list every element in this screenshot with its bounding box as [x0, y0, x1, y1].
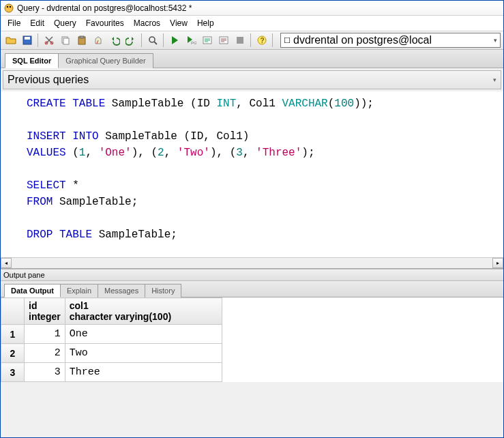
- menu-file[interactable]: File: [3, 17, 25, 29]
- cell[interactable]: 3: [25, 363, 65, 382]
- menu-favourites[interactable]: Favourites: [82, 17, 128, 29]
- connection-value: dvdrental on postgres@local: [293, 34, 432, 46]
- tab-explain[interactable]: Explain: [60, 284, 98, 297]
- svg-rect-4: [25, 37, 30, 40]
- cut-icon[interactable]: [42, 33, 56, 48]
- table-row[interactable]: 1 1 One: [1, 325, 222, 344]
- toolbar-separator: [250, 33, 251, 47]
- execute-icon[interactable]: [167, 33, 181, 48]
- tab-messages[interactable]: Messages: [98, 284, 145, 297]
- menu-bar: File Edit Query Favourites Macros View H…: [1, 16, 503, 31]
- cancel-icon[interactable]: [233, 33, 247, 48]
- svg-point-11: [149, 37, 155, 42]
- cell[interactable]: One: [65, 325, 222, 344]
- row-number[interactable]: 1: [1, 325, 25, 344]
- paste-icon[interactable]: [74, 33, 89, 48]
- undo-icon[interactable]: [107, 33, 121, 48]
- menu-view[interactable]: View: [166, 17, 192, 29]
- title-bar: Query - dvdrental on postgres@localhost:…: [1, 1, 503, 16]
- row-number[interactable]: 3: [1, 363, 25, 382]
- svg-point-2: [10, 5, 11, 7]
- svg-text:PG: PG: [191, 41, 196, 45]
- previous-queries-select[interactable]: Previous queries ▾: [3, 70, 501, 89]
- cell[interactable]: 1: [25, 325, 65, 344]
- toolbar-separator: [163, 33, 164, 47]
- row-number[interactable]: 2: [1, 344, 25, 363]
- output-tab-strip: Data Output Explain Messages History: [1, 281, 503, 297]
- sql-editor[interactable]: CREATE TABLE SampleTable (ID INT, Col1 V…: [1, 91, 503, 269]
- window-title: Query - dvdrental on postgres@localhost:…: [17, 3, 192, 13]
- output-pane-title: Output pane: [1, 269, 503, 281]
- cell[interactable]: Two: [65, 344, 222, 363]
- find-icon[interactable]: [145, 33, 160, 48]
- corner-cell: [1, 298, 25, 325]
- save-icon[interactable]: [20, 33, 34, 48]
- editor-h-scrollbar[interactable]: ◂ ▸: [1, 257, 503, 268]
- result-grid[interactable]: idinteger col1character varying(100) 1 1…: [1, 297, 503, 382]
- menu-help[interactable]: Help: [193, 17, 218, 29]
- explain-icon[interactable]: [200, 33, 214, 48]
- toolbar-separator: [141, 33, 142, 47]
- copy-icon[interactable]: [58, 33, 72, 48]
- editor-tab-strip: SQL Editor Graphical Query Builder: [1, 50, 503, 68]
- app-icon: [3, 3, 14, 14]
- svg-point-0: [5, 4, 13, 12]
- cell[interactable]: Three: [65, 363, 222, 382]
- cell[interactable]: 2: [25, 344, 65, 363]
- table-row[interactable]: 3 3 Three: [1, 363, 222, 382]
- redo-icon[interactable]: [123, 33, 138, 48]
- menu-edit[interactable]: Edit: [26, 17, 48, 29]
- chevron-down-icon[interactable]: ▾: [492, 37, 499, 44]
- svg-rect-8: [63, 38, 69, 44]
- scroll-right-icon[interactable]: ▸: [492, 258, 503, 268]
- help-icon[interactable]: ?: [254, 33, 269, 48]
- tab-data-output[interactable]: Data Output: [4, 284, 61, 297]
- tab-history[interactable]: History: [145, 284, 181, 297]
- toolbar-separator: [38, 33, 38, 47]
- header-row: idinteger col1character varying(100): [1, 298, 222, 325]
- open-icon[interactable]: [3, 33, 18, 48]
- toolbar-separator: [272, 33, 273, 47]
- menu-macros[interactable]: Macros: [130, 17, 164, 29]
- table-row[interactable]: 2 2 Two: [1, 344, 222, 363]
- svg-rect-10: [80, 36, 84, 38]
- previous-queries-label: Previous queries: [8, 74, 89, 86]
- menu-query[interactable]: Query: [50, 17, 80, 29]
- connection-selector[interactable]: ☐ dvdrental on postgres@local ▾: [280, 33, 501, 48]
- tab-sql-editor[interactable]: SQL Editor: [5, 53, 59, 68]
- scroll-left-icon[interactable]: ◂: [1, 258, 12, 268]
- explain-analyze-icon[interactable]: [216, 33, 231, 48]
- clear-icon[interactable]: [91, 33, 105, 48]
- svg-text:?: ?: [260, 37, 264, 44]
- tab-graphical-query-builder[interactable]: Graphical Query Builder: [58, 53, 153, 68]
- sql-text[interactable]: CREATE TABLE SampleTable (ID INT, Col1 V…: [1, 91, 503, 247]
- svg-point-1: [7, 5, 8, 7]
- check-icon: ☐: [282, 36, 292, 45]
- svg-rect-15: [237, 37, 243, 44]
- col-header-col1[interactable]: col1character varying(100): [65, 298, 222, 325]
- toolbar: PG ? ☐ dvdrental on postgres@local ▾: [1, 31, 503, 50]
- execute-pgscript-icon[interactable]: PG: [183, 33, 198, 48]
- chevron-down-icon[interactable]: ▾: [493, 76, 496, 83]
- col-header-id[interactable]: idinteger: [25, 298, 65, 325]
